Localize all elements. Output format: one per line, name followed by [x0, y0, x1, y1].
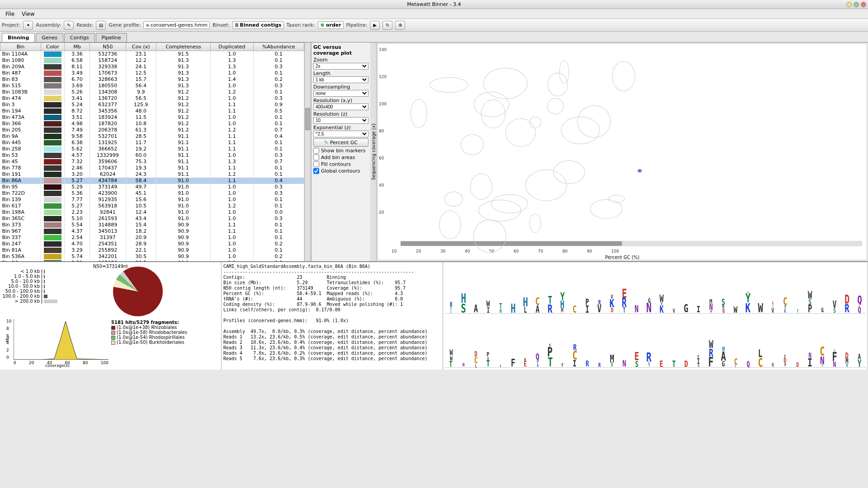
- col-header[interactable]: %Abundance: [253, 43, 304, 51]
- titlebar: Metawatt Binner - 3.4: [0, 0, 868, 9]
- table-row[interactable]: Bin 3735.5431488915.490.91.10.1: [0, 222, 304, 228]
- table-row[interactable]: Bin 6175.2756391810.591.01.20.1: [0, 203, 304, 209]
- table-row[interactable]: Bin 2057.4920637861.391.21.20.7: [0, 127, 304, 133]
- global-contours-checkbox[interactable]: Global contours: [313, 168, 368, 174]
- zoom-label: Zoom: [313, 57, 368, 63]
- table-row[interactable]: Bin 263.5218585638.590.91.10.2: [0, 260, 304, 261]
- taxonomy-pie-chart: [113, 267, 163, 316]
- reads-button[interactable]: ▤: [96, 21, 106, 30]
- exp-z-label: Exponential (z): [313, 125, 368, 131]
- bins-table[interactable]: BinColorMbN50Cov (x)CompletenessDuplicat…: [0, 42, 304, 261]
- tab-genes[interactable]: Genes: [36, 33, 63, 42]
- fill-contours-checkbox[interactable]: Fill contours: [313, 161, 368, 167]
- plot-ylabel: Sequencing coverage (x): [371, 123, 376, 180]
- table-row[interactable]: Bin 198A2.239284112.491.01.00.0: [0, 209, 304, 216]
- tab-contigs[interactable]: Contigs: [64, 33, 94, 42]
- table-row[interactable]: Bin 722D5.3642390045.191.01.00.3: [0, 190, 304, 197]
- plot-xlabel: Percent GC (%): [378, 255, 867, 260]
- menu-view[interactable]: View: [18, 10, 38, 18]
- plot-title: GC versus coverage plot: [313, 44, 368, 56]
- table-row[interactable]: Bin 9A9.5853270128.591.11.10.4: [0, 133, 304, 140]
- table-row[interactable]: Bin 1083B5.261343089.991.21.20.1: [0, 89, 304, 95]
- table-row[interactable]: Bin 473A3.5118392411.591.21.00.1: [0, 114, 304, 121]
- table-row[interactable]: Bin 1913.206202424.391.11.20.1: [0, 171, 304, 178]
- exp-z-select[interactable]: ^2.5: [313, 131, 368, 137]
- add-areas-checkbox[interactable]: Add bin areas: [313, 155, 368, 160]
- gene-profile-dropdown[interactable]: ◆conserved-genes.hmm: [143, 21, 210, 29]
- sequence-logo-panel: LTRSHAIWHTHLHACRTMHYCIPVRDKVTRENNGKVWVGI…: [443, 262, 868, 370]
- binset-label: Binset:: [212, 22, 230, 28]
- table-row[interactable]: Bin 2585.6236665219.291.11.10.1: [0, 146, 304, 152]
- percent-gc-button[interactable]: ✎Percent GC: [313, 138, 368, 147]
- menu-file[interactable]: File: [2, 10, 18, 18]
- table-row[interactable]: Bin 9674.3734501318.290.91.10.1: [0, 228, 304, 235]
- zoom-select[interactable]: 2x: [313, 63, 368, 70]
- table-row[interactable]: Bin 534.57133299960.091.11.00.3: [0, 152, 304, 159]
- col-header[interactable]: N50: [90, 43, 126, 51]
- col-header[interactable]: Cov (x): [126, 43, 156, 51]
- minimize-icon[interactable]: [846, 2, 852, 7]
- downsampling-label: Downsampling: [313, 84, 368, 90]
- table-row[interactable]: Bin 3664.9818782010.891.21.00.1: [0, 121, 304, 127]
- table-row[interactable]: Bin 35.24632377125.991.21.10.9: [0, 102, 304, 108]
- table-row[interactable]: Bin 5153.6918055056.491.31.00.3: [0, 83, 304, 89]
- table-row[interactable]: Bin 1104A3.3653273623.191.51.00.1: [0, 51, 304, 58]
- res-z-label: Resolution (z): [313, 111, 368, 117]
- tab-binning[interactable]: Binning: [2, 33, 35, 42]
- n50-text: N50=373149nt: [2, 264, 219, 269]
- pipeline-loop-button[interactable]: ↻: [382, 21, 392, 30]
- res-z-select[interactable]: 10: [313, 117, 368, 124]
- maximize-icon[interactable]: [854, 2, 859, 7]
- table-row[interactable]: Bin 1948.7234535648.091.21.10.5: [0, 108, 304, 114]
- table-row[interactable]: Bin 4456.3813192511.791.11.10.1: [0, 140, 304, 146]
- res-xy-label: Resolution (x,y): [313, 98, 368, 103]
- reads-label: Reads:: [76, 22, 93, 28]
- table-row[interactable]: Bin 209A8.1132933824.191.31.30.3: [0, 64, 304, 70]
- table-row[interactable]: Bin 365C5.1026159343.491.01.00.3: [0, 216, 304, 222]
- plot-controls: GC versus coverage plot Zoom2x Length1 k…: [311, 42, 370, 261]
- pipeline-label: Pipeline:: [346, 22, 368, 28]
- table-row[interactable]: Bin 3372.543139720.990.91.00.1: [0, 235, 304, 241]
- assembly-label: Assembly:: [36, 22, 61, 28]
- table-row[interactable]: Bin 7782.4617043719.391.11.10.1: [0, 165, 304, 171]
- fragments-label: 5181 hits/5279 fragments:: [111, 320, 179, 325]
- table-row[interactable]: Bin 4743.4113672056.591.21.00.3: [0, 95, 304, 102]
- table-scrollbar[interactable]: [304, 42, 311, 261]
- table-row[interactable]: Bin 1397.7791293515.691.01.00.1: [0, 197, 304, 203]
- table-row[interactable]: Bin 836.7032866315.791.31.40.2: [0, 76, 304, 83]
- length-label: Length: [313, 70, 368, 76]
- col-header[interactable]: Bin: [0, 43, 41, 51]
- toolbar: Project: ✦ Assembly: ✎ Reads: ▤ Gene pro…: [0, 19, 868, 32]
- menubar: File View: [0, 9, 868, 19]
- pipeline-up-button[interactable]: ⊕: [395, 21, 405, 30]
- col-header[interactable]: Completeness: [156, 43, 210, 51]
- taxon-rank-label: Taxon rank:: [287, 22, 315, 28]
- table-row[interactable]: Bin 955.2937314949.791.01.00.3: [0, 184, 304, 190]
- pipeline-play-button[interactable]: ▶: [370, 21, 380, 30]
- downsampling-select[interactable]: none: [313, 90, 368, 97]
- tab-pipeline[interactable]: Pipeline: [96, 33, 127, 42]
- col-header[interactable]: Mb: [64, 43, 90, 51]
- window-title: Metawatt Binner - 3.4: [407, 1, 461, 7]
- plot-hscroll[interactable]: [401, 241, 862, 246]
- project-label: Project:: [2, 22, 20, 28]
- table-row[interactable]: Bin 81A3.2925589222.190.91.00.1: [0, 247, 304, 253]
- table-row[interactable]: Bin 4873.4917067312.591.31.00.1: [0, 70, 304, 76]
- table-row[interactable]: Bin 536A5.7434220130.590.91.00.2: [0, 253, 304, 260]
- res-xy-select[interactable]: 400x400: [313, 103, 368, 110]
- table-row[interactable]: Bin 2474.7025435128.990.91.00.2: [0, 241, 304, 247]
- binset-dropdown[interactable]: ≣Binned contigs: [232, 21, 284, 29]
- project-button[interactable]: ✦: [23, 21, 33, 30]
- col-header[interactable]: Duplicated: [211, 43, 253, 51]
- table-row[interactable]: Bin 10806.5815872412.291.31.30.1: [0, 57, 304, 64]
- show-markers-checkbox[interactable]: Show bin markers: [313, 148, 368, 154]
- length-select[interactable]: 1 kb: [313, 76, 368, 83]
- close-icon[interactable]: [861, 2, 866, 7]
- cov-xlabel: coverage(x): [45, 363, 70, 368]
- assembly-button[interactable]: ✎: [64, 21, 74, 30]
- col-header[interactable]: Color: [41, 43, 64, 51]
- table-row[interactable]: Bin 86A5.2743478458.491.01.10.4: [0, 178, 304, 184]
- taxon-rank-dropdown[interactable]: ⯂order: [318, 21, 344, 29]
- gc-coverage-plot[interactable]: Percent GC (%) 1401201008060402010203040…: [377, 43, 867, 260]
- table-row[interactable]: Bin 457.3235960675.391.11.30.7: [0, 159, 304, 165]
